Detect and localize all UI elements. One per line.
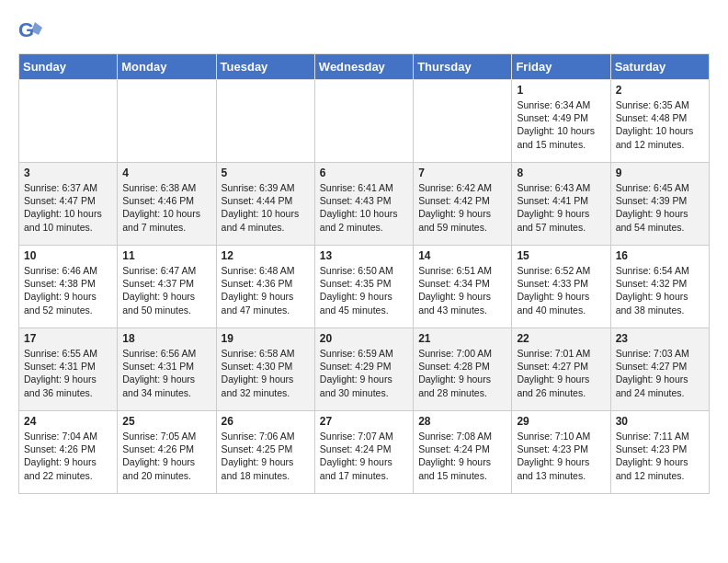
calendar-cell: 17Sunrise: 6:55 AMSunset: 4:31 PMDayligh… <box>19 328 118 411</box>
day-number: 10 <box>24 249 112 262</box>
day-info: Sunset: 4:42 PM <box>418 194 506 207</box>
calendar-cell: 5Sunrise: 6:39 AMSunset: 4:44 PMDaylight… <box>216 163 314 246</box>
day-info: Daylight: 9 hours and 18 minutes. <box>222 455 310 481</box>
svg-text:G: G <box>18 18 34 41</box>
day-info: Sunrise: 6:48 AM <box>222 264 310 277</box>
day-info: Sunset: 4:26 PM <box>122 442 210 455</box>
day-number: 1 <box>517 84 605 97</box>
calendar-cell: 24Sunrise: 7:04 AMSunset: 4:26 PMDayligh… <box>19 411 118 494</box>
day-info: Sunset: 4:48 PM <box>616 111 704 124</box>
day-number: 28 <box>418 415 506 428</box>
day-info: Sunrise: 6:55 AM <box>24 347 112 360</box>
day-info: Sunset: 4:46 PM <box>122 194 210 207</box>
day-info: Daylight: 9 hours and 57 minutes. <box>517 207 605 233</box>
day-info: Daylight: 9 hours and 40 minutes. <box>517 290 605 316</box>
calendar-cell <box>216 80 314 163</box>
day-number: 21 <box>418 332 506 345</box>
day-info: Sunrise: 7:01 AM <box>517 347 605 360</box>
day-info: Sunrise: 6:52 AM <box>517 264 605 277</box>
day-info: Sunset: 4:34 PM <box>418 277 506 290</box>
day-info: Sunset: 4:44 PM <box>222 194 310 207</box>
calendar-cell <box>19 80 118 163</box>
calendar-cell: 1Sunrise: 6:34 AMSunset: 4:49 PMDaylight… <box>512 80 610 163</box>
day-info: Daylight: 9 hours and 26 minutes. <box>517 373 605 398</box>
day-of-week-header: Monday <box>118 54 216 80</box>
day-info: Sunrise: 7:07 AM <box>320 430 408 442</box>
day-info: Daylight: 9 hours and 17 minutes. <box>320 455 408 481</box>
day-info: Sunset: 4:41 PM <box>517 194 605 207</box>
day-info: Sunset: 4:36 PM <box>222 277 310 290</box>
day-info: Daylight: 9 hours and 32 minutes. <box>222 373 310 398</box>
day-info: Sunset: 4:25 PM <box>222 442 310 455</box>
day-of-week-header: Tuesday <box>216 54 314 80</box>
day-info: Daylight: 9 hours and 38 minutes. <box>616 290 704 316</box>
calendar-cell: 4Sunrise: 6:38 AMSunset: 4:46 PMDaylight… <box>118 163 216 246</box>
day-number: 12 <box>222 249 310 262</box>
calendar-cell: 10Sunrise: 6:46 AMSunset: 4:38 PMDayligh… <box>19 246 118 328</box>
day-info: Daylight: 10 hours and 10 minutes. <box>24 207 112 233</box>
day-info: Daylight: 10 hours and 7 minutes. <box>122 207 210 233</box>
calendar-cell: 28Sunrise: 7:08 AMSunset: 4:24 PMDayligh… <box>414 411 512 494</box>
day-number: 15 <box>517 249 605 262</box>
day-info: Sunset: 4:31 PM <box>24 360 112 373</box>
calendar-cell <box>314 80 413 163</box>
day-info: Daylight: 9 hours and 22 minutes. <box>24 455 112 481</box>
calendar-week-row: 10Sunrise: 6:46 AMSunset: 4:38 PMDayligh… <box>19 246 710 328</box>
calendar-cell: 19Sunrise: 6:58 AMSunset: 4:30 PMDayligh… <box>216 328 314 411</box>
day-info: Sunset: 4:24 PM <box>418 442 506 455</box>
calendar-cell: 15Sunrise: 6:52 AMSunset: 4:33 PMDayligh… <box>512 246 610 328</box>
day-number: 23 <box>616 332 704 345</box>
day-info: Sunset: 4:43 PM <box>320 194 408 207</box>
calendar-cell: 21Sunrise: 7:00 AMSunset: 4:28 PMDayligh… <box>414 328 512 411</box>
calendar-header: SundayMondayTuesdayWednesdayThursdayFrid… <box>19 54 710 80</box>
day-info: Daylight: 9 hours and 28 minutes. <box>418 373 506 398</box>
calendar-cell: 16Sunrise: 6:54 AMSunset: 4:32 PMDayligh… <box>610 246 709 328</box>
calendar-cell: 8Sunrise: 6:43 AMSunset: 4:41 PMDaylight… <box>512 163 610 246</box>
day-info: Daylight: 10 hours and 12 minutes. <box>616 124 704 150</box>
day-info: Sunrise: 7:03 AM <box>616 347 704 360</box>
day-info: Sunset: 4:27 PM <box>616 360 704 373</box>
calendar-cell: 6Sunrise: 6:41 AMSunset: 4:43 PMDaylight… <box>314 163 413 246</box>
day-info: Sunset: 4:27 PM <box>517 360 605 373</box>
day-info: Sunset: 4:23 PM <box>517 442 605 455</box>
day-info: Daylight: 9 hours and 13 minutes. <box>517 455 605 481</box>
day-info: Sunset: 4:26 PM <box>24 442 112 455</box>
day-number: 22 <box>517 332 605 345</box>
day-info: Sunset: 4:47 PM <box>24 194 112 207</box>
day-info: Sunrise: 7:06 AM <box>222 430 310 442</box>
day-of-week-header: Wednesday <box>314 54 413 80</box>
calendar-cell: 3Sunrise: 6:37 AMSunset: 4:47 PMDaylight… <box>19 163 118 246</box>
calendar-cell: 23Sunrise: 7:03 AMSunset: 4:27 PMDayligh… <box>610 328 709 411</box>
day-of-week-header: Sunday <box>19 54 118 80</box>
day-number: 6 <box>320 167 408 179</box>
day-info: Daylight: 9 hours and 52 minutes. <box>24 290 112 316</box>
day-number: 24 <box>24 415 112 428</box>
day-info: Sunrise: 6:38 AM <box>122 181 210 194</box>
day-info: Sunset: 4:28 PM <box>418 360 506 373</box>
logo: G <box>18 18 48 44</box>
day-info: Sunrise: 7:11 AM <box>616 430 704 442</box>
day-info: Sunrise: 6:39 AM <box>222 181 310 194</box>
calendar-cell: 27Sunrise: 7:07 AMSunset: 4:24 PMDayligh… <box>314 411 413 494</box>
day-info: Sunrise: 7:10 AM <box>517 430 605 442</box>
day-info: Sunset: 4:49 PM <box>517 111 605 124</box>
calendar-table: SundayMondayTuesdayWednesdayThursdayFrid… <box>18 53 710 494</box>
day-number: 5 <box>222 167 310 179</box>
day-info: Sunrise: 6:58 AM <box>222 347 310 360</box>
day-info: Daylight: 9 hours and 47 minutes. <box>222 290 310 316</box>
day-info: Sunset: 4:35 PM <box>320 277 408 290</box>
day-info: Sunrise: 7:04 AM <box>24 430 112 442</box>
day-info: Sunrise: 7:08 AM <box>418 430 506 442</box>
day-info: Daylight: 10 hours and 2 minutes. <box>320 207 408 233</box>
day-info: Daylight: 9 hours and 34 minutes. <box>122 373 210 398</box>
day-info: Sunrise: 6:59 AM <box>320 347 408 360</box>
day-info: Sunset: 4:32 PM <box>616 277 704 290</box>
day-number: 29 <box>517 415 605 428</box>
day-info: Sunset: 4:29 PM <box>320 360 408 373</box>
day-number: 27 <box>320 415 408 428</box>
day-info: Daylight: 9 hours and 36 minutes. <box>24 373 112 398</box>
day-info: Sunrise: 7:05 AM <box>122 430 210 442</box>
calendar-week-row: 1Sunrise: 6:34 AMSunset: 4:49 PMDaylight… <box>19 80 710 163</box>
day-info: Daylight: 9 hours and 50 minutes. <box>122 290 210 316</box>
day-info: Daylight: 9 hours and 59 minutes. <box>418 207 506 233</box>
